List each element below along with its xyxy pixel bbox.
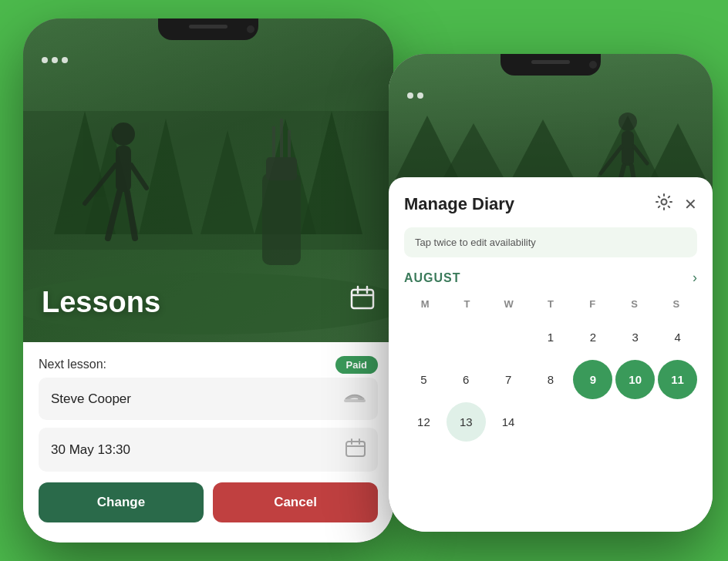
svg-rect-26: [346, 442, 365, 456]
calendar-next-icon[interactable]: ›: [693, 270, 697, 286]
hero-image: Lessons: [23, 18, 393, 342]
cal-day-5[interactable]: 5: [404, 360, 443, 399]
cancel-button[interactable]: Cancel: [213, 482, 378, 522]
cal-day-9[interactable]: 9: [573, 360, 612, 399]
cal-day-8[interactable]: 8: [531, 360, 571, 399]
hat-icon: [344, 388, 366, 409]
calendar-month: AUGUST: [404, 271, 461, 285]
hero-dots: [42, 57, 68, 63]
cal-day-2[interactable]: 2: [573, 317, 612, 357]
next-lesson-label: Next lesson: Paid: [39, 358, 378, 371]
weekday-fri: F: [571, 295, 613, 313]
calendar-grid: M T W T F S S 1 2: [404, 295, 697, 442]
lessons-card: Next lesson: Paid Steve Cooper 30 May 13…: [23, 342, 393, 541]
cal-day-14[interactable]: 14: [489, 402, 528, 442]
calendar-icon: [345, 438, 366, 461]
date-row[interactable]: 30 May 13:30: [39, 428, 378, 472]
calendar-days: 1 2 3 4 5 6 7 8 9 10 11 12 1: [404, 317, 697, 442]
paid-badge: Paid: [335, 356, 378, 374]
cal-day-12[interactable]: 12: [404, 402, 443, 442]
hero-dot-2: [52, 57, 58, 63]
cal-day-3[interactable]: 3: [615, 317, 655, 357]
modal-title: Manage Diary: [404, 194, 514, 214]
cal-day-10[interactable]: 10: [615, 360, 655, 399]
diary-dots: [407, 92, 423, 99]
phone-diary: Manage Diary ✕ Tap twice to edit availab…: [389, 54, 713, 532]
weekday-mon: M: [404, 295, 446, 313]
student-name: Steve Cooper: [51, 391, 131, 407]
diary-screen: Manage Diary ✕ Tap twice to edit availab…: [389, 54, 713, 532]
modal-actions: ✕: [655, 193, 697, 215]
weekday-wed: W: [488, 295, 530, 313]
weekday-tue: T: [446, 295, 487, 313]
calendar-weekdays: M T W T F S S: [404, 295, 697, 313]
cal-day-7[interactable]: 7: [489, 360, 528, 399]
weekday-sun: S: [656, 295, 697, 313]
hero-calendar-icon: [350, 285, 375, 315]
phone-lessons: Lessons Next lesson: Paid Steve Cooper: [23, 18, 393, 543]
camera-dot: [247, 25, 254, 33]
cal-day-4[interactable]: 4: [658, 317, 697, 357]
svg-point-42: [662, 200, 667, 205]
diary-dot-1: [407, 92, 413, 99]
change-button[interactable]: Change: [39, 482, 204, 522]
lessons-title: Lessons: [42, 286, 160, 319]
calendar-month-row: AUGUST ›: [404, 270, 697, 286]
lessons-screen: Lessons Next lesson: Paid Steve Cooper: [23, 18, 393, 543]
svg-rect-25: [358, 398, 364, 400]
lesson-datetime: 30 May 13:30: [51, 442, 130, 458]
settings-icon[interactable]: [655, 193, 673, 215]
action-buttons: Change Cancel: [39, 482, 378, 522]
cal-day-6[interactable]: 6: [447, 360, 486, 399]
availability-hint: Tap twice to edit availability: [404, 227, 697, 257]
student-row[interactable]: Steve Cooper: [39, 378, 378, 420]
diary-modal: Manage Diary ✕ Tap twice to edit availab…: [389, 177, 713, 532]
modal-header: Manage Diary ✕: [404, 193, 697, 215]
close-icon[interactable]: ✕: [684, 195, 697, 213]
cal-day-13[interactable]: 13: [447, 402, 486, 442]
diary-dot-2: [417, 92, 423, 99]
svg-rect-20: [352, 290, 373, 308]
cal-day-1[interactable]: 1: [531, 317, 571, 357]
weekday-sat: S: [613, 295, 655, 313]
hero-dot-1: [42, 57, 48, 63]
calendar: AUGUST › M T W T F S S: [404, 270, 697, 442]
hint-text: Tap twice to edit availability: [415, 237, 536, 248]
hero-dot-3: [62, 57, 68, 63]
weekday-thu: T: [530, 295, 571, 313]
cal-day-11[interactable]: 11: [658, 360, 697, 399]
next-lesson-text: Next lesson:: [39, 358, 106, 371]
camera-dot-diary: [589, 61, 597, 69]
